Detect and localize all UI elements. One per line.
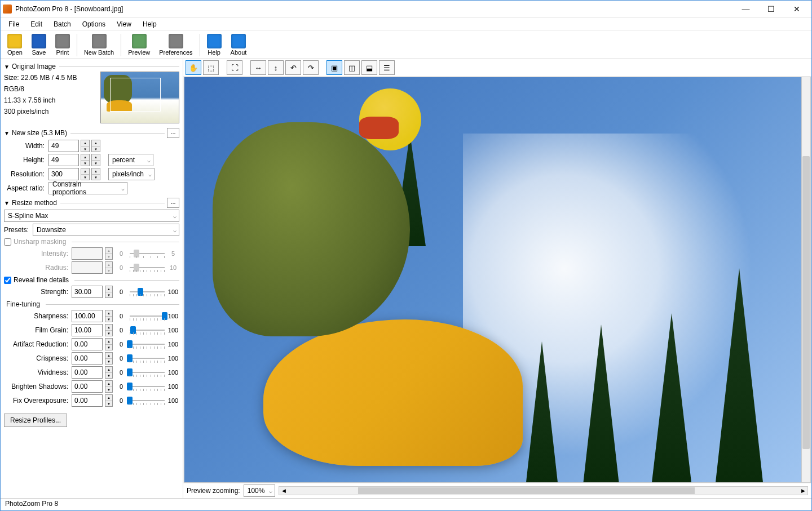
fine-slider-0[interactable] bbox=[130, 310, 165, 322]
fine-spinner-2[interactable]: ▲▼ bbox=[105, 338, 113, 350]
intensity-spinner: ▲▼ bbox=[105, 247, 113, 260]
size-unit-select[interactable]: percent bbox=[108, 154, 153, 166]
view-single-button[interactable]: ▣ bbox=[326, 60, 342, 75]
presets-select[interactable]: Downsize bbox=[33, 224, 179, 236]
menubar: FileEditBatchOptionsViewHelp bbox=[1, 17, 811, 31]
fine-spinner-3[interactable]: ▲▼ bbox=[105, 352, 113, 365]
fine-slider-3[interactable] bbox=[130, 353, 165, 364]
fine-input-1[interactable] bbox=[72, 324, 103, 336]
fine-input-2[interactable] bbox=[72, 338, 103, 350]
rotate-right-button[interactable]: ↷ bbox=[303, 60, 319, 75]
unsharp-checkbox[interactable] bbox=[4, 238, 11, 246]
menu-help[interactable]: Help bbox=[137, 19, 162, 29]
maximize-button[interactable]: ☐ bbox=[758, 1, 784, 17]
about-button[interactable]: About bbox=[226, 33, 251, 57]
radius-input bbox=[72, 261, 103, 274]
horizontal-scrollbar[interactable]: ◀ ▶ bbox=[279, 486, 808, 495]
strength-label: Strength: bbox=[4, 288, 69, 296]
crop-tool-button[interactable]: ⛶ bbox=[227, 60, 242, 75]
resolution-input[interactable] bbox=[48, 168, 79, 180]
width-label: Width: bbox=[4, 142, 47, 150]
strength-slider[interactable] bbox=[130, 286, 165, 297]
width-input[interactable] bbox=[48, 140, 79, 152]
fine-spinner-0[interactable]: ▲▼ bbox=[105, 310, 113, 322]
menu-view[interactable]: View bbox=[111, 19, 137, 29]
reveal-checkbox[interactable] bbox=[4, 277, 11, 284]
fine-spinner-5[interactable]: ▲▼ bbox=[105, 380, 113, 393]
fine-spinner-4[interactable]: ▲▼ bbox=[105, 366, 113, 379]
menu-file[interactable]: File bbox=[3, 19, 25, 29]
open-button[interactable]: Open bbox=[3, 33, 27, 57]
print-button[interactable]: Print bbox=[51, 33, 74, 57]
radius-spinner: ▲▼ bbox=[105, 261, 113, 274]
app-icon bbox=[3, 5, 12, 14]
scroll-left-icon[interactable]: ◀ bbox=[279, 487, 288, 495]
preview-button[interactable]: Preview bbox=[123, 33, 155, 57]
save-button[interactable]: Save bbox=[27, 33, 51, 57]
radius-slider bbox=[130, 262, 165, 273]
minimize-button[interactable]: — bbox=[733, 1, 758, 17]
fine-slider-4[interactable] bbox=[130, 367, 165, 378]
fine-label-0: Sharpness: bbox=[4, 312, 69, 320]
fine-input-6[interactable] bbox=[72, 394, 103, 407]
fine-slider-1[interactable] bbox=[130, 325, 165, 336]
new-batch-button[interactable]: New Batch bbox=[80, 33, 118, 57]
fine-input-3[interactable] bbox=[72, 352, 103, 365]
original-size: Size: 22.05 MB / 4.5 MB bbox=[4, 74, 77, 82]
resolution-unit-select[interactable]: pixels/inch bbox=[108, 168, 155, 180]
width-spinner[interactable]: ▲▼ bbox=[81, 140, 90, 152]
pan-tool-button[interactable]: ✋ bbox=[186, 60, 201, 75]
preferences-button[interactable]: Preferences bbox=[155, 33, 197, 57]
flip-vertical-button[interactable]: ↕ bbox=[268, 60, 284, 75]
collapse-icon[interactable]: ▼ bbox=[4, 64, 10, 70]
resize-profiles-button[interactable]: Resize Profiles... bbox=[4, 414, 67, 427]
flip-horizontal-button[interactable]: ↔ bbox=[250, 60, 266, 75]
collapse-icon[interactable]: ▼ bbox=[4, 200, 10, 206]
main-area: ✋ ⬚ ⛶ ↔ ↕ ↶ ↷ ▣ ◫ ⬓ ☰ bbox=[183, 59, 811, 498]
resolution-spinner[interactable]: ▲▼ bbox=[81, 168, 90, 180]
fine-spinner-6[interactable]: ▲▼ bbox=[105, 394, 113, 407]
height-spinner[interactable]: ▲▼ bbox=[81, 154, 90, 166]
window-title: PhotoZoom Pro 8 - [Snowboard.jpg] bbox=[15, 5, 733, 13]
fine-slider-6[interactable] bbox=[130, 395, 165, 406]
view-toolbar: ✋ ⬚ ⛶ ↔ ↕ ↶ ↷ ▣ ◫ ⬓ ☰ bbox=[183, 59, 811, 76]
thumbnail-navigator[interactable] bbox=[100, 72, 179, 123]
resize-method-more-button[interactable]: ... bbox=[167, 198, 179, 208]
select-tool-button[interactable]: ⬚ bbox=[203, 60, 219, 75]
help-button[interactable]: Help bbox=[202, 33, 226, 57]
fine-input-5[interactable] bbox=[72, 380, 103, 393]
fine-input-4[interactable] bbox=[72, 366, 103, 379]
sidebar: ▼ Original Image Size: 22.05 MB / 4.5 MB… bbox=[1, 59, 183, 498]
close-button[interactable]: ✕ bbox=[784, 1, 809, 17]
collapse-icon[interactable]: ▼ bbox=[4, 130, 10, 136]
strength-spinner[interactable]: ▲▼ bbox=[105, 286, 113, 298]
original-mode: RGB/8 bbox=[4, 85, 77, 93]
new-size-header: ▼ New size (5.3 MB) ... bbox=[4, 128, 179, 138]
fine-slider-5[interactable] bbox=[130, 381, 165, 392]
strength-input[interactable] bbox=[72, 286, 103, 298]
view-split-v-button[interactable]: ⬓ bbox=[361, 60, 377, 75]
view-split-h-button[interactable]: ◫ bbox=[344, 60, 360, 75]
image-canvas[interactable] bbox=[184, 77, 811, 483]
fine-label-4: Vividness: bbox=[4, 368, 69, 376]
view-stack-button[interactable]: ☰ bbox=[379, 60, 395, 75]
aspect-ratio-select[interactable]: Constrain proportions bbox=[48, 182, 127, 194]
scroll-right-icon[interactable]: ▶ bbox=[798, 487, 807, 495]
preview-zoom-select[interactable]: 100% bbox=[244, 485, 276, 497]
rotate-left-button[interactable]: ↶ bbox=[285, 60, 301, 75]
height-step-spinner[interactable]: ▲▼ bbox=[91, 154, 100, 166]
fine-input-0[interactable] bbox=[72, 310, 103, 322]
vertical-scrollbar[interactable] bbox=[801, 77, 810, 482]
width-step-spinner[interactable]: ▲▼ bbox=[91, 140, 100, 152]
intensity-label: Intensity: bbox=[4, 250, 69, 257]
new-size-more-button[interactable]: ... bbox=[167, 128, 179, 138]
fine-slider-2[interactable] bbox=[130, 339, 165, 350]
fine-spinner-1[interactable]: ▲▼ bbox=[105, 324, 113, 336]
menu-options[interactable]: Options bbox=[77, 19, 111, 29]
resize-method-select[interactable]: S-Spline Max bbox=[4, 210, 179, 222]
menu-batch[interactable]: Batch bbox=[48, 19, 77, 29]
height-input[interactable] bbox=[48, 154, 79, 166]
original-image-header: ▼ Original Image bbox=[4, 63, 179, 70]
resolution-step-spinner[interactable]: ▲▼ bbox=[91, 168, 100, 180]
menu-edit[interactable]: Edit bbox=[25, 19, 48, 29]
